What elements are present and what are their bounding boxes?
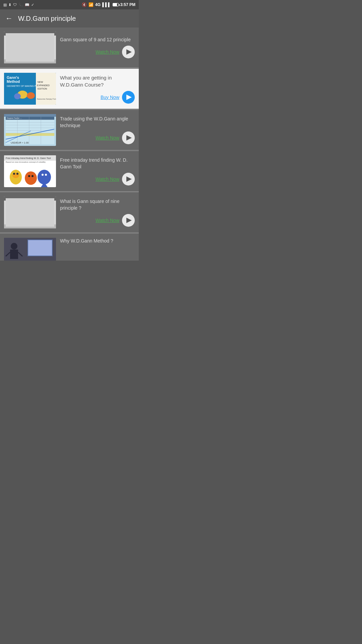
watch-row-2: Buy Now bbox=[60, 91, 135, 104]
play-icon-3 bbox=[126, 135, 132, 141]
network-label: 4G bbox=[95, 2, 101, 7]
video-list: 160=1 1/x20 150 P=4min (√8-DF)² Gann squ… bbox=[0, 28, 139, 261]
play-icon-2 bbox=[126, 95, 132, 100]
thumbnail-4: Free intraday trend finding W. D. Gann T… bbox=[4, 155, 56, 187]
svg-point-61 bbox=[42, 174, 44, 176]
svg-text:(√8-DF)²: (√8-DF)² bbox=[34, 37, 44, 40]
svg-text:EDITION: EDITION bbox=[38, 88, 47, 90]
svg-text:1/x20: 1/x20 bbox=[8, 206, 15, 209]
signal-icon: ▌▌▌ bbox=[102, 2, 111, 7]
play-button-3[interactable] bbox=[122, 131, 135, 144]
svg-point-22 bbox=[27, 92, 35, 99]
status-bar: ▤ ⬇ 🛡 📞 📖 ✓ 🔇 📶 4G ▌▌▌ 3:57 PM bbox=[0, 0, 139, 9]
svg-point-59 bbox=[32, 175, 34, 177]
play-button-2[interactable] bbox=[122, 91, 135, 104]
back-button[interactable]: ← bbox=[5, 14, 13, 23]
thumbnail-6 bbox=[4, 238, 56, 261]
video-info-3: Trade using the W.D.Gann angle technique… bbox=[60, 116, 135, 144]
status-right-icons: 🔇 📶 4G ▌▌▌ 3:57 PM bbox=[82, 2, 135, 7]
watch-now-link-3[interactable]: Watch Now bbox=[96, 135, 119, 141]
svg-rect-7 bbox=[14, 48, 31, 60]
video-title-4: Free intraday trend finding W. D. Gann T… bbox=[60, 157, 135, 170]
video-info-2: What you are getting in W.D.Gann Course?… bbox=[60, 74, 135, 104]
book-icon: 📖 bbox=[25, 3, 29, 7]
mute-icon: 🔇 bbox=[82, 2, 87, 7]
video-info-1: Gann square of 9 and 12 principle Watch … bbox=[60, 37, 135, 59]
thumbnail-1: 160=1 1/x20 150 P=4min (√8-DF)² bbox=[4, 32, 56, 63]
thumbnail-3: Degree Factor ... USD/EUR = 1-00 bbox=[4, 114, 56, 146]
video-title-2: What you are getting in W.D.Gann Course? bbox=[60, 74, 135, 88]
svg-rect-30 bbox=[6, 116, 54, 144]
svg-text:USD/EUR = 1-00: USD/EUR = 1-00 bbox=[11, 142, 29, 144]
svg-point-23 bbox=[14, 93, 21, 99]
svg-rect-42 bbox=[6, 133, 54, 136]
svg-text:150: 150 bbox=[8, 45, 13, 48]
svg-text:P=4min: P=4min bbox=[22, 37, 32, 40]
svg-rect-0 bbox=[4, 32, 56, 63]
svg-text:NEW: NEW bbox=[38, 81, 43, 83]
svg-text:Based on new innovative concep: Based on new innovative concept of volat… bbox=[6, 161, 46, 163]
svg-text:EXPANDED: EXPANDED bbox=[37, 84, 50, 87]
call-icon: 📞 bbox=[18, 3, 23, 7]
notifications-icon: ▤ bbox=[3, 3, 7, 7]
svg-text:Degree Factor ...: Degree Factor ... bbox=[7, 117, 22, 119]
video-item-4: Free intraday trend finding W. D. Gann T… bbox=[0, 151, 139, 192]
video-title-1: Gann square of 9 and 12 principle bbox=[60, 37, 135, 43]
video-title-5: What is Gann square of nine principle ? bbox=[60, 198, 135, 211]
svg-text:Method: Method bbox=[7, 79, 20, 84]
video-title-6: Why W.D.Gann Method ? bbox=[60, 238, 135, 245]
video-item-5: 160=1 1/x20 150 P=4min (√8-DF)² What is … bbox=[0, 193, 139, 233]
play-icon-4 bbox=[126, 176, 132, 182]
svg-rect-79 bbox=[4, 224, 56, 228]
watch-row-4: Watch Now bbox=[60, 173, 135, 185]
svg-point-54 bbox=[13, 173, 15, 175]
page-title: W.D.Gann principle bbox=[18, 15, 76, 22]
video-item-6: Why W.D.Gann Method ? bbox=[0, 234, 139, 261]
play-icon-1 bbox=[126, 49, 132, 55]
svg-point-62 bbox=[45, 174, 47, 176]
svg-text:1/x20: 1/x20 bbox=[8, 41, 15, 44]
svg-rect-65 bbox=[6, 198, 54, 227]
watch-row-1: Watch Now bbox=[60, 46, 135, 58]
svg-text:(√8-DF)²: (√8-DF)² bbox=[34, 202, 44, 205]
play-button-1[interactable] bbox=[122, 46, 135, 58]
svg-text:160=1: 160=1 bbox=[8, 36, 16, 40]
download-icon: ⬇ bbox=[8, 3, 11, 7]
svg-text:Gann's: Gann's bbox=[7, 75, 19, 79]
svg-point-55 bbox=[16, 173, 18, 175]
svg-rect-82 bbox=[28, 240, 52, 256]
svg-text:Sassurea Sanjay Funde: Sassurea Sanjay Funde bbox=[37, 98, 56, 100]
video-item-2: Gann's Method GEOMETRY OF MAKING PROFIT … bbox=[0, 69, 139, 109]
thumbnail-2: Gann's Method GEOMETRY OF MAKING PROFIT … bbox=[4, 73, 56, 105]
watch-row-5: Watch Now bbox=[60, 214, 135, 227]
video-item-3: Degree Factor ... USD/EUR = 1-00 bbox=[0, 110, 139, 151]
svg-rect-64 bbox=[4, 197, 56, 228]
video-item-1: 160=1 1/x20 150 P=4min (√8-DF)² Gann squ… bbox=[0, 28, 139, 68]
svg-rect-84 bbox=[10, 250, 18, 259]
watch-now-link-4[interactable]: Watch Now bbox=[96, 176, 119, 182]
battery-icon bbox=[113, 3, 119, 6]
watch-now-link-1[interactable]: Watch Now bbox=[96, 49, 119, 55]
svg-rect-71 bbox=[14, 213, 31, 225]
video-title-3: Trade using the W.D.Gann angle technique bbox=[60, 116, 135, 129]
svg-text:Free intraday trend finding W.: Free intraday trend finding W. D. Gann T… bbox=[6, 157, 51, 160]
watch-row-3: Watch Now bbox=[60, 131, 135, 144]
svg-rect-14 bbox=[4, 32, 56, 36]
video-info-4: Free intraday trend finding W. D. Gann T… bbox=[60, 157, 135, 185]
play-button-4[interactable] bbox=[122, 173, 135, 185]
play-button-5[interactable] bbox=[122, 214, 135, 227]
play-icon-5 bbox=[126, 218, 132, 223]
svg-rect-15 bbox=[4, 59, 56, 63]
buy-now-link-2[interactable]: Buy Now bbox=[101, 95, 119, 100]
time-display: 3:57 PM bbox=[120, 2, 135, 7]
page-header: ← W.D.Gann principle bbox=[0, 9, 139, 28]
thumbnail-5: 160=1 1/x20 150 P=4min (√8-DF)² bbox=[4, 197, 56, 228]
svg-text:P=4min: P=4min bbox=[22, 202, 32, 205]
svg-point-83 bbox=[11, 243, 17, 250]
svg-rect-1 bbox=[6, 33, 54, 62]
check-icon: ✓ bbox=[31, 3, 34, 7]
wifi-icon: 📶 bbox=[88, 2, 94, 7]
watch-now-link-5[interactable]: Watch Now bbox=[96, 218, 119, 223]
video-info-5: What is Gann square of nine principle ? … bbox=[60, 198, 135, 227]
svg-rect-46 bbox=[4, 114, 56, 117]
